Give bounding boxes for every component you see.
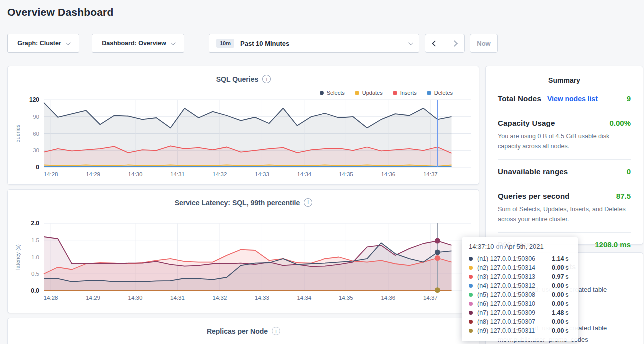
summary-row-capacity: Capacity Usage 0.00% You are using 0 B o… [498, 111, 631, 160]
time-range-label: Past 10 Minutes [240, 40, 289, 47]
series-color-dot [469, 275, 473, 279]
svg-text:90: 90 [33, 114, 39, 120]
svg-text:2.0: 2.0 [31, 220, 39, 227]
prev-time-button[interactable] [425, 34, 445, 52]
chevron-down-icon [171, 40, 176, 45]
graph-dropdown[interactable]: Graph: Cluster [7, 34, 79, 53]
time-range-picker[interactable]: 10m Past 10 Minutes [209, 34, 419, 53]
info-icon[interactable]: i [272, 327, 280, 335]
summary-panel: Summary Total Nodes View nodes list 9 Ca… [485, 66, 643, 245]
svg-text:14:33: 14:33 [255, 295, 269, 301]
chart-tooltip: 14:37:10 on Apr 5th, 2021 (n1) 127.0.0.1… [462, 237, 578, 341]
capacity-usage-desc: You are using 0 B of 4.5 GiB usable disk… [498, 131, 631, 151]
next-time-button[interactable] [445, 34, 465, 52]
tooltip-row: (n2) 127.0.0.1:503140.00s [469, 263, 571, 272]
view-nodes-list-link[interactable]: View nodes list [547, 95, 598, 103]
svg-text:14:36: 14:36 [381, 171, 395, 177]
svg-text:0.0: 0.0 [31, 287, 39, 294]
summary-heading: Summary [486, 66, 643, 84]
tooltip-row: (n5) 127.0.0.1:503080.00s [469, 290, 571, 299]
svg-text:30: 30 [33, 147, 39, 153]
svg-text:14:30: 14:30 [128, 295, 143, 301]
svg-text:14:35: 14:35 [339, 171, 353, 177]
svg-text:14:31: 14:31 [170, 295, 185, 301]
summary-row-unavailable-ranges: Unavailable ranges 0 [498, 160, 631, 184]
unavailable-ranges-label: Unavailable ranges [498, 167, 568, 176]
svg-text:0: 0 [36, 164, 39, 171]
tooltip-row: (n4) 127.0.0.1:503120.00s [469, 281, 571, 290]
sql-queries-chart-title: SQL Queries [216, 75, 259, 83]
qps-value: 87.5 [616, 192, 631, 200]
chevron-down-icon [66, 40, 71, 45]
total-nodes-label: Total Nodes [498, 94, 541, 103]
capacity-usage-value: 0.00% [609, 119, 631, 127]
time-nav-arrows [425, 34, 465, 53]
toolbar-divider [197, 34, 197, 53]
replicas-per-node-card: Replicas per Node i [7, 318, 479, 344]
tooltip-row: (n3) 127.0.0.1:503130.97s [469, 272, 571, 281]
svg-text:14:36: 14:36 [381, 295, 395, 301]
svg-text:14:30: 14:30 [128, 171, 143, 177]
tooltip-timestamp: 14:37:10 on Apr 5th, 2021 [469, 243, 571, 250]
service-latency-chart-title: Service Latency: SQL, 99th percentile [175, 199, 300, 207]
svg-text:120: 120 [29, 96, 39, 103]
overview-dashboard-page: Overview Dashboard Graph: Cluster Dashbo… [0, 0, 644, 344]
svg-text:14:37: 14:37 [423, 171, 438, 177]
dashboard-dropdown-label: Dashboard: Overview [102, 40, 166, 47]
page-title: Overview Dashboard [7, 6, 114, 18]
series-color-dot [469, 302, 473, 306]
svg-text:14:31: 14:31 [170, 171, 185, 177]
series-color-dot [469, 293, 473, 297]
svg-text:0.5: 0.5 [31, 271, 39, 277]
svg-text:14:29: 14:29 [86, 295, 100, 301]
series-color-dot [469, 266, 473, 270]
qps-label: Queries per second [498, 192, 570, 200]
svg-text:14:37: 14:37 [423, 295, 438, 301]
svg-text:queries: queries [15, 124, 21, 143]
series-color-dot [469, 311, 473, 315]
chevron-right-icon [451, 40, 458, 47]
unavailable-ranges-value: 0 [627, 167, 631, 176]
info-icon[interactable]: i [304, 198, 312, 207]
svg-text:14:28: 14:28 [44, 171, 58, 177]
chevron-left-icon [432, 40, 438, 47]
capacity-usage-label: Capacity Usage [498, 119, 555, 127]
service-latency-card: Service Latency: SQL, 99th percentile i … [7, 189, 479, 313]
sql-queries-card: SQL Queries i SelectsUpdatesInsertsDelet… [7, 66, 479, 185]
summary-row-qps: Queries per second 87.5 Sum of Selects, … [498, 184, 631, 233]
svg-text:1.5: 1.5 [31, 237, 39, 243]
time-range-badge: 10m [216, 39, 234, 48]
now-button[interactable]: Now [470, 34, 498, 53]
series-color-dot [469, 284, 473, 288]
series-color-dot [469, 329, 473, 333]
replicas-chart-title: Replicas per Node [207, 327, 268, 335]
tooltip-row: (n8) 127.0.0.1:503070.00s [469, 317, 571, 326]
summary-row-total-nodes: Total Nodes View nodes list 9 [498, 87, 631, 111]
series-color-dot [469, 320, 473, 324]
p99-latency-value: 1208.0 ms [595, 240, 631, 249]
svg-text:14:29: 14:29 [86, 171, 100, 177]
svg-text:14:32: 14:32 [213, 295, 227, 301]
svg-text:60: 60 [33, 131, 39, 137]
total-nodes-value: 9 [627, 94, 631, 103]
svg-text:14:34: 14:34 [297, 171, 311, 177]
dashboard-dropdown[interactable]: Dashboard: Overview [92, 34, 184, 53]
svg-text:14:35: 14:35 [339, 295, 353, 301]
tooltip-row: (n1) 127.0.0.1:503061.14s [469, 254, 571, 263]
tooltip-row: (n6) 127.0.0.1:503100.00s [469, 299, 571, 308]
series-color-dot [469, 257, 473, 261]
tooltip-row: (n7) 127.0.0.1:503091.48s [469, 308, 571, 317]
graph-dropdown-label: Graph: Cluster [17, 40, 61, 47]
svg-text:14:33: 14:33 [255, 171, 269, 177]
info-icon[interactable]: i [262, 75, 271, 83]
qps-desc: Sum of Selects, Updates, Inserts, and De… [498, 204, 631, 224]
svg-text:14:34: 14:34 [297, 295, 311, 301]
tooltip-row: (n9) 127.0.0.1:503110.00s [469, 326, 571, 335]
svg-text:14:32: 14:32 [213, 171, 227, 177]
svg-text:1.0: 1.0 [31, 254, 39, 260]
svg-text:14:28: 14:28 [44, 295, 58, 301]
chevron-down-icon [408, 40, 413, 45]
svg-text:latency (s): latency (s) [15, 244, 21, 270]
